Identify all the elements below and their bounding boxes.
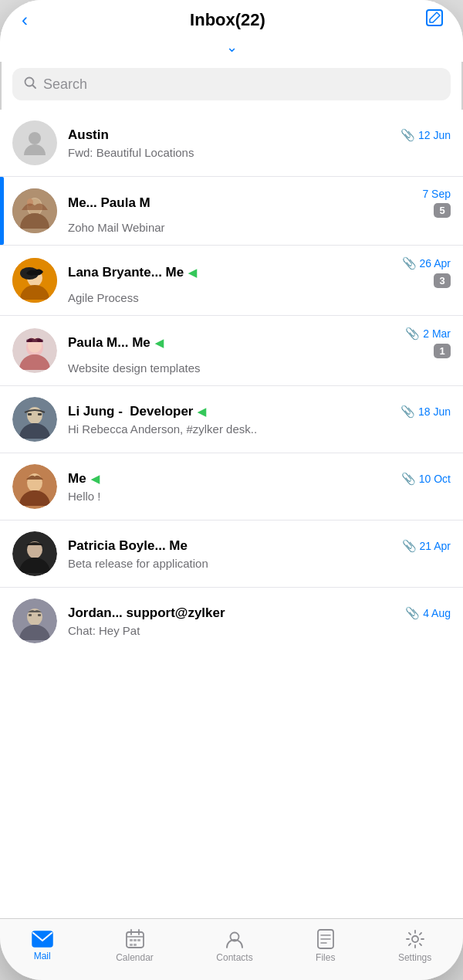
attachment-icon: 📎 — [405, 327, 420, 341]
email-preview: Hi Rebecca Anderson, #zylker desk.. — [68, 422, 451, 436]
svg-point-37 — [412, 936, 418, 942]
email-sender: Li Jung - Developer ◀ — [68, 404, 206, 419]
nav-settings-label: Settings — [398, 952, 431, 963]
email-content: Patricia Boyle... Me 📎 21 Apr Beta relea… — [68, 538, 451, 570]
email-sender: Jordan... support@zylker — [68, 605, 225, 621]
email-date: 18 Jun — [418, 405, 451, 418]
search-icon — [23, 76, 37, 93]
email-date: 26 Apr — [420, 257, 451, 270]
svg-point-2 — [29, 132, 41, 144]
svg-rect-18 — [38, 413, 42, 415]
email-preview: Agile Process — [68, 291, 451, 304]
email-item[interactable]: Lana Bryante... Me ◀ 📎 26 Apr 3 Agile Pr… — [0, 246, 463, 316]
email-content: Me ◀ 📎 10 Oct Hello ! — [68, 471, 451, 503]
svg-rect-29 — [130, 939, 133, 941]
svg-point-1 — [25, 78, 34, 86]
avatar — [12, 464, 57, 509]
email-content: Austin 📎 12 Jun Fwd: Beautiful Locations — [68, 127, 451, 159]
nav-files[interactable]: Files — [316, 929, 335, 963]
nav-contacts[interactable]: Contacts — [216, 929, 252, 963]
svg-point-13 — [26, 339, 32, 342]
back-button[interactable]: ‹ — [19, 6, 31, 34]
nav-settings[interactable]: Settings — [398, 929, 431, 963]
nav-mail[interactable]: Mail — [32, 931, 53, 961]
email-sender: Me ◀ — [68, 471, 100, 487]
email-preview: Website design templates — [68, 361, 451, 375]
attachment-icon: 📎 — [402, 256, 417, 270]
nav-contacts-label: Contacts — [216, 952, 252, 963]
email-date: 10 Oct — [419, 473, 451, 485]
inbox-dropdown[interactable]: ⌄ — [0, 37, 463, 62]
svg-rect-0 — [427, 10, 442, 25]
email-sender: Me... Paula M — [68, 195, 150, 211]
email-item[interactable]: Me ◀ 📎 10 Oct Hello ! — [0, 453, 463, 521]
email-content: Li Jung - Developer ◀ 📎 18 Jun Hi Rebecc… — [68, 404, 451, 436]
avatar — [12, 258, 57, 303]
email-item[interactable]: Me... Paula M 7 Sep 5 Zoho Mail Webinar — [0, 177, 463, 246]
email-content: Jordan... support@zylker 📎 4 Aug Chat: H… — [68, 605, 451, 637]
email-date: 12 Jun — [418, 129, 451, 141]
email-date: 7 Sep — [422, 188, 451, 200]
nav-files-label: Files — [316, 952, 335, 963]
email-item[interactable]: Li Jung - Developer ◀ 📎 18 Jun Hi Rebecc… — [0, 386, 463, 453]
email-sender: Patricia Boyle... Me — [68, 538, 188, 554]
email-content: Paula M... Me ◀ 📎 2 Mar 1 Website design… — [68, 327, 451, 375]
bottom-nav: Mail Calendar Contacts — [0, 918, 463, 980]
attachment-icon: 📎 — [401, 472, 416, 486]
page-title: Inbox(22) — [190, 10, 265, 30]
avatar — [12, 120, 57, 165]
email-sender: Austin — [68, 127, 109, 143]
email-date: 21 Apr — [420, 540, 451, 552]
avatar — [12, 328, 57, 373]
content-area: ‹ Inbox(22) ⌄ Search — [0, 0, 463, 918]
email-item[interactable]: Paula M... Me ◀ 📎 2 Mar 1 Website design… — [0, 316, 463, 386]
header: ‹ Inbox(22) — [0, 0, 463, 37]
compose-button[interactable] — [424, 8, 444, 32]
count-badge: 3 — [434, 273, 451, 288]
email-preview: Chat: Hey Pat — [68, 624, 451, 637]
flag-icon: ◀ — [155, 337, 164, 349]
svg-rect-27 — [32, 931, 52, 947]
email-item[interactable]: Patricia Boyle... Me 📎 21 Apr Beta relea… — [0, 521, 463, 588]
svg-rect-26 — [38, 614, 41, 616]
email-preview: Hello ! — [68, 490, 451, 503]
avatar — [12, 397, 57, 442]
email-preview: Zoho Mail Webinar — [68, 221, 451, 234]
svg-point-20 — [27, 473, 42, 492]
email-date: 4 Aug — [423, 607, 451, 619]
email-content: Lana Bryante... Me ◀ 📎 26 Apr 3 Agile Pr… — [68, 256, 451, 304]
flag-icon: ◀ — [188, 266, 197, 279]
svg-rect-17 — [28, 413, 32, 415]
avatar — [12, 531, 57, 576]
attachment-icon: 📎 — [405, 606, 420, 620]
svg-rect-32 — [130, 944, 133, 946]
email-date: 2 Mar — [423, 327, 451, 340]
flag-icon: ◀ — [198, 405, 206, 418]
email-item[interactable]: Austin 📎 12 Jun Fwd: Beautiful Locations — [0, 110, 463, 177]
avatar — [12, 188, 57, 233]
search-input[interactable]: Search — [43, 76, 87, 93]
phone-frame: 9:41 ‹ Inbox — [0, 0, 463, 980]
search-bar[interactable]: Search — [12, 68, 451, 100]
svg-rect-25 — [29, 614, 32, 616]
count-badge: 5 — [434, 203, 451, 218]
email-preview: Fwd: Beautiful Locations — [68, 146, 451, 159]
avatar — [12, 599, 57, 643]
svg-rect-33 — [133, 944, 137, 946]
email-item[interactable]: Jordan... support@zylker 📎 4 Aug Chat: H… — [0, 588, 463, 654]
email-sender: Lana Bryante... Me ◀ — [68, 265, 197, 280]
nav-calendar[interactable]: Calendar — [116, 929, 154, 963]
nav-mail-label: Mail — [34, 951, 51, 961]
email-content: Me... Paula M 7 Sep 5 Zoho Mail Webinar — [68, 188, 451, 234]
email-list: Austin 📎 12 Jun Fwd: Beautiful Locations — [0, 110, 463, 918]
count-badge: 1 — [434, 344, 451, 358]
nav-calendar-label: Calendar — [116, 952, 154, 963]
attachment-icon: 📎 — [400, 405, 415, 419]
email-preview: Beta release for application — [68, 557, 451, 570]
attachment-icon: 📎 — [400, 128, 415, 142]
flag-icon: ◀ — [91, 473, 100, 485]
chevron-down-icon: ⌄ — [226, 39, 238, 56]
email-sender: Paula M... Me ◀ — [68, 335, 164, 351]
svg-rect-31 — [137, 939, 140, 941]
svg-rect-30 — [133, 939, 137, 941]
